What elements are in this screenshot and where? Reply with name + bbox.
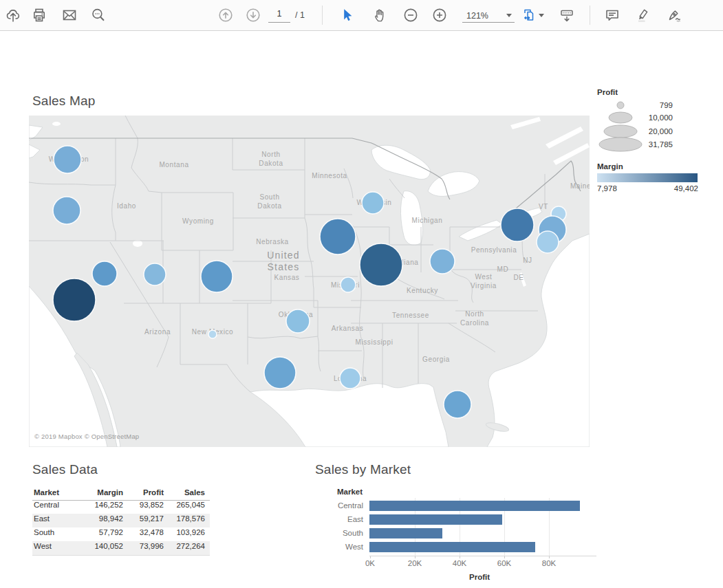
map-bubble-iowa bbox=[320, 219, 356, 254]
select-tool-icon[interactable] bbox=[338, 7, 355, 23]
map-state-label: Minnesota bbox=[312, 172, 347, 179]
map-state-label: MD bbox=[497, 265, 509, 273]
map-state-label: United bbox=[267, 250, 300, 261]
profit-legend-title: Profit bbox=[597, 88, 707, 96]
map-title: Sales Map bbox=[32, 94, 96, 109]
map-bubble-ohio bbox=[430, 249, 455, 274]
map-state-label: Wyoming bbox=[182, 217, 214, 225]
map-state-label: Kansas bbox=[274, 274, 300, 281]
col-header-margin: Margin bbox=[70, 488, 123, 497]
map-bubble-illinois bbox=[360, 243, 402, 286]
table-title: Sales Data bbox=[32, 462, 210, 477]
row-value: 57,792 bbox=[70, 528, 123, 536]
table-row-west: West140,05273,996272,264 bbox=[32, 541, 210, 556]
row-value: 103,926 bbox=[166, 528, 205, 536]
us-map: WashingtonOregonMontanaIdahoNorthDakotaS… bbox=[29, 116, 590, 447]
map-state-label: West bbox=[475, 273, 493, 281]
row-value: 178,576 bbox=[166, 514, 205, 523]
row-market-label: South bbox=[34, 528, 54, 536]
map-bubble-louisiana bbox=[340, 368, 360, 389]
print-icon[interactable] bbox=[31, 7, 47, 23]
map-state-label: Maine bbox=[570, 182, 590, 190]
tick-label: 40K bbox=[444, 559, 475, 567]
map-state-label: DE bbox=[513, 274, 524, 281]
map-state-label: Nebraska bbox=[256, 238, 289, 246]
row-value: 146,252 bbox=[70, 501, 123, 509]
map-state-label: Idaho bbox=[117, 202, 136, 210]
sales-data-table: Sales Data Market Margin Profit Sales Ce… bbox=[32, 462, 210, 477]
row-market-label: East bbox=[34, 514, 50, 523]
row-value: 32,478 bbox=[129, 528, 164, 536]
size-legend-value: 10,000 bbox=[649, 113, 673, 122]
row-value: 140,052 bbox=[70, 542, 123, 550]
map-state-label: States bbox=[268, 261, 300, 272]
size-legend-glyph bbox=[609, 112, 632, 123]
hand-tool-icon[interactable] bbox=[371, 7, 387, 23]
highlight-icon[interactable] bbox=[634, 7, 651, 23]
map-bubble-missouri bbox=[341, 277, 356, 292]
fit-width-icon[interactable] bbox=[521, 7, 538, 23]
map-state-label: Arizona bbox=[144, 328, 171, 336]
search-icon[interactable] bbox=[90, 7, 107, 23]
margin-min-label: 7,978 bbox=[597, 184, 617, 193]
row-value: 265,045 bbox=[166, 501, 205, 509]
map-state-label: Pennsylvania bbox=[471, 246, 517, 254]
bar-category-west: West bbox=[315, 543, 363, 551]
table-row-central: Central146,25293,852265,045 bbox=[32, 500, 210, 514]
map-state-label: Michigan bbox=[412, 217, 443, 224]
x-axis-title: Profit bbox=[369, 573, 590, 581]
map-state-label: Montana bbox=[159, 161, 188, 168]
chart-row-header: Market bbox=[337, 488, 363, 496]
map-bubble-new-york bbox=[501, 208, 534, 241]
tick-label: 20K bbox=[400, 559, 430, 567]
map-bubble-wisconsin bbox=[362, 192, 384, 214]
map-bubble-colorado bbox=[201, 261, 233, 292]
share-icon[interactable] bbox=[5, 7, 21, 23]
map-bubble-oklahoma bbox=[286, 309, 310, 333]
chevron-down-icon bbox=[506, 14, 512, 17]
margin-gradient-bar bbox=[597, 173, 698, 182]
row-value: 59,217 bbox=[129, 514, 164, 523]
map-state-label: North bbox=[465, 310, 484, 318]
map-bubble-washington bbox=[54, 146, 81, 173]
row-market-label: West bbox=[34, 542, 52, 550]
bar-east bbox=[369, 514, 502, 525]
hide-toolbar-icon[interactable] bbox=[559, 7, 575, 23]
col-header-profit: Profit bbox=[129, 488, 164, 497]
map-bubble-utah bbox=[144, 263, 166, 285]
map-bubble-new-mexico bbox=[208, 330, 217, 338]
zoom-out-icon[interactable] bbox=[402, 7, 419, 23]
map-state-label: Carolina bbox=[460, 319, 489, 327]
next-page-icon[interactable] bbox=[245, 7, 261, 23]
map-state-label: Dakota bbox=[257, 202, 281, 210]
fit-width-chevron-icon[interactable] bbox=[539, 14, 544, 17]
zoom-in-icon[interactable] bbox=[431, 7, 448, 23]
map-bubble-oregon bbox=[53, 197, 80, 224]
tick-label: 60K bbox=[489, 559, 519, 567]
margin-max-label: 49,402 bbox=[674, 184, 698, 193]
row-value: 98,942 bbox=[70, 514, 123, 523]
map-bubble-connecticut bbox=[537, 231, 559, 253]
tick-label: 0K bbox=[355, 559, 385, 567]
map-state-label: Kentucky bbox=[407, 287, 438, 294]
zoom-level-control[interactable]: 121% bbox=[462, 9, 515, 23]
map-bubble-texas bbox=[264, 357, 296, 389]
size-legend-value: 31,785 bbox=[649, 140, 673, 149]
map-state-label: South bbox=[259, 193, 279, 201]
bar-west bbox=[369, 542, 535, 552]
page-total-label: / 1 bbox=[295, 10, 305, 20]
email-icon[interactable] bbox=[61, 7, 78, 23]
fill-and-sign-icon[interactable] bbox=[666, 7, 682, 23]
comment-icon[interactable] bbox=[604, 7, 621, 23]
map-bubble-california bbox=[53, 279, 96, 321]
bar-category-south: South bbox=[315, 529, 363, 537]
size-legend-value: 799 bbox=[660, 101, 673, 109]
previous-page-icon[interactable] bbox=[217, 7, 234, 23]
size-legend-value: 20,000 bbox=[649, 127, 673, 135]
size-legend-glyph bbox=[617, 102, 624, 109]
map-state-label: Mississippi bbox=[356, 338, 393, 346]
size-legend-glyph bbox=[604, 125, 637, 138]
page-number-input[interactable]: 1 bbox=[268, 9, 290, 23]
bar-category-east: East bbox=[315, 515, 363, 523]
map-bubble-nevada bbox=[92, 261, 117, 286]
